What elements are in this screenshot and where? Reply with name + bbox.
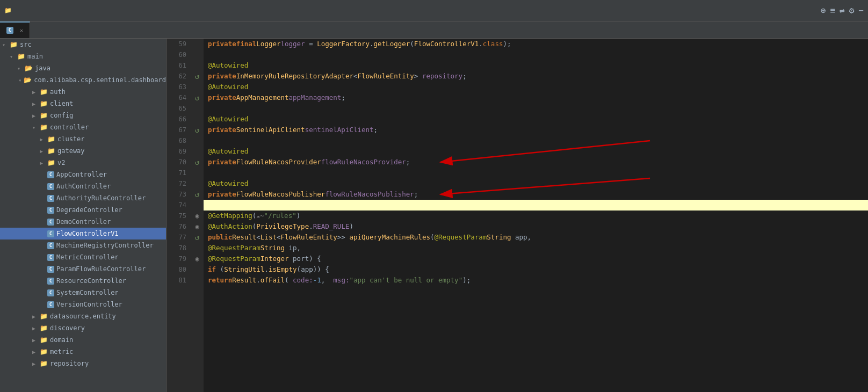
line-number-64: 64 — [171, 92, 186, 103]
tab-close-button[interactable]: ✕ — [20, 27, 23, 33]
list-icon[interactable]: ≡ — [830, 5, 835, 16]
class-icon: C — [47, 266, 54, 273]
code-line-74 — [204, 200, 868, 210]
gutter-cell-74 — [191, 200, 204, 210]
tree-item-8[interactable]: ▶📁cluster — [0, 133, 166, 145]
line-number-67: 67 — [171, 125, 186, 135]
line-number-74: 74 — [171, 200, 186, 210]
code-line-73: private FlowRuleNacosPublisher flowRuleN… — [204, 189, 868, 200]
gutter-cell-59 — [191, 39, 204, 49]
folder-icon: 📁 — [40, 112, 48, 119]
tree-item-14[interactable]: CDegradeController — [0, 204, 166, 216]
tree-label: AuthController — [56, 183, 111, 190]
gutter-cell-73: ↺ — [191, 189, 204, 200]
tree-arrow: ▾ — [18, 77, 24, 83]
folder-icon: 📁 — [47, 159, 55, 166]
tree-item-9[interactable]: ▶📁gateway — [0, 145, 166, 157]
file-tree: ▾📁src▾📁main▾📂java▾📂com.alibaba.csp.senti… — [0, 39, 167, 392]
line-number-77: 77 — [171, 232, 186, 243]
line-number-69: 69 — [171, 146, 186, 157]
class-icon: C — [47, 242, 54, 249]
folder-icon: 📁 — [40, 88, 48, 96]
tree-item-21[interactable]: CSystemController — [0, 287, 166, 299]
tab-bar: C ✕ — [0, 21, 868, 39]
code-line-80: if (StringUtil.isEmpty(app)) { — [204, 264, 868, 275]
globe-icon[interactable]: ⊕ — [821, 5, 826, 16]
code-line-59: private final Logger logger = LoggerFact… — [204, 39, 868, 49]
code-line-66: @Autowired — [204, 114, 868, 125]
tree-arrow: ▾ — [10, 54, 17, 60]
line-number-79: 79 — [171, 253, 186, 264]
gutter-cell-81 — [191, 275, 204, 286]
tree-item-10[interactable]: ▶📁v2 — [0, 157, 166, 169]
tree-label: metric — [50, 348, 73, 355]
tree-item-26[interactable]: ▶📁metric — [0, 346, 166, 358]
line-number-75: 75 — [171, 210, 186, 221]
tab-flowcontrollerv1[interactable]: C ✕ — [0, 21, 30, 38]
tree-item-4[interactable]: ▶📁auth — [0, 86, 166, 98]
code-line-70: private FlowRuleNacosProvider flowRuleNa… — [204, 157, 868, 168]
tree-label: SystemController — [56, 289, 119, 296]
gutter: ↺↺↺↺↺◉◉↺◉ — [191, 39, 204, 392]
line-number-76: 76 — [171, 221, 186, 232]
tree-label: main — [27, 53, 43, 60]
line-number-70: 70 — [171, 157, 186, 168]
tree-arrow: ▶ — [32, 113, 40, 119]
tree-item-7[interactable]: ▾📁controller — [0, 121, 166, 133]
folder-icon: 📁 — [40, 336, 48, 344]
line-number-81: 81 — [171, 275, 186, 286]
class-icon: C — [47, 207, 54, 214]
tree-item-18[interactable]: CMetricController — [0, 251, 166, 263]
code-line-67: private SentinelApiClient sentinelApiCli… — [204, 125, 868, 135]
sort-icon[interactable]: ⇌ — [840, 5, 845, 16]
folder-icon: 📁 — [40, 348, 48, 355]
folder-icon: 📁 — [40, 100, 48, 107]
tree-arrow: ▾ — [32, 125, 40, 130]
tree-label: gateway — [57, 147, 85, 155]
gutter-refresh-icon: ↺ — [195, 190, 199, 199]
gutter-cell-75: ◉ — [191, 210, 204, 221]
gutter-cell-61 — [191, 60, 204, 71]
tree-item-12[interactable]: CAuthController — [0, 180, 166, 192]
tree-label: java — [35, 64, 50, 72]
tree-label: v2 — [57, 159, 65, 166]
minimize-icon[interactable]: − — [858, 5, 864, 16]
tree-label: config — [50, 112, 73, 119]
folder-icon: 📁 — [40, 360, 48, 367]
folder-icon-small: 📁 — [4, 7, 12, 14]
tree-item-5[interactable]: ▶📁client — [0, 98, 166, 110]
tree-item-2[interactable]: ▾📂java — [0, 62, 166, 74]
tree-arrow: ▶ — [40, 136, 47, 142]
tree-item-6[interactable]: ▶📁config — [0, 110, 166, 121]
tree-item-0[interactable]: ▾📁src — [0, 39, 166, 50]
tree-item-11[interactable]: CAppController — [0, 169, 166, 180]
line-number-60: 60 — [171, 49, 186, 60]
tree-label: com.alibaba.csp.sentinel.dashboard — [34, 76, 166, 84]
tree-item-16[interactable]: CFlowControllerV1 — [0, 228, 166, 239]
gear-icon[interactable]: ⚙ — [849, 5, 855, 16]
code-line-75: @GetMapping(☁~ "/rules") — [204, 210, 868, 221]
gutter-cell-68 — [191, 135, 204, 146]
tree-item-22[interactable]: CVersionController — [0, 299, 166, 310]
tree-item-25[interactable]: ▶📁domain — [0, 334, 166, 346]
tree-item-19[interactable]: CParamFlowRuleController — [0, 263, 166, 275]
class-icon: C — [47, 301, 54, 308]
code-lines: private final Logger logger = LoggerFact… — [204, 39, 868, 392]
code-editor[interactable]: 5960616263646566676869707172737475767778… — [167, 39, 868, 392]
tree-item-3[interactable]: ▾📂com.alibaba.csp.sentinel.dashboard — [0, 74, 166, 86]
tree-item-17[interactable]: CMachineRegistryController — [0, 239, 166, 251]
tree-item-1[interactable]: ▾📁main — [0, 50, 166, 62]
tree-item-24[interactable]: ▶📁discovery — [0, 322, 166, 334]
tree-item-23[interactable]: ▶📁datasource.entity — [0, 310, 166, 322]
folder-icon: 📁 — [40, 124, 48, 131]
tree-item-27[interactable]: ▶📁repository — [0, 358, 166, 369]
code-line-65 — [204, 103, 868, 114]
tree-item-15[interactable]: CDemoController — [0, 216, 166, 228]
tree-item-20[interactable]: CResourceController — [0, 275, 166, 287]
gutter-break-icon: ◉ — [195, 223, 199, 230]
gutter-cell-72 — [191, 178, 204, 189]
tree-item-13[interactable]: CAuthorityRuleController — [0, 192, 166, 204]
class-icon: C — [47, 219, 54, 226]
gutter-break-icon: ◉ — [195, 255, 199, 263]
line-number-63: 63 — [171, 82, 186, 92]
